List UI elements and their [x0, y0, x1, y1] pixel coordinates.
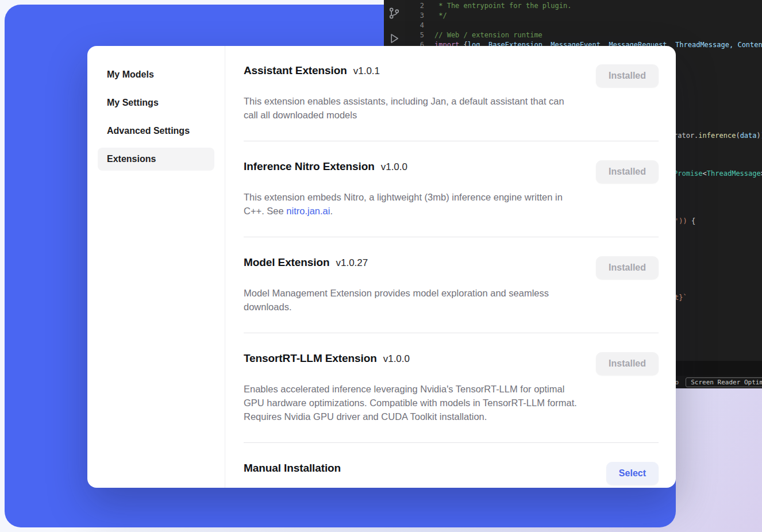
extension-version: v1.0.1 — [353, 65, 380, 77]
installed-button[interactable]: Installed — [596, 256, 659, 279]
extension-section-tensorrt: TensortRT-LLM Extension v1.0.0 Installed… — [244, 333, 659, 442]
line-number: 5 — [405, 30, 431, 40]
code-text — [431, 21, 434, 30]
line-number: 4 — [405, 21, 431, 30]
extension-version: v1.0.0 — [383, 353, 410, 365]
code-fragment: ')) { — [675, 217, 695, 226]
extension-title: TensortRT-LLM Extension — [244, 352, 377, 365]
section-title: Manual Installation — [244, 462, 341, 475]
installed-button[interactable]: Installed — [596, 64, 659, 87]
source-control-icon[interactable] — [388, 7, 401, 20]
extension-version: v1.0.0 — [381, 161, 407, 173]
extension-description: This extension embeds Nitro, a lightweig… — [244, 190, 580, 218]
extension-description: Model Management Extension provides mode… — [244, 286, 580, 314]
select-file-button[interactable]: Select — [606, 462, 659, 485]
code-fragment: Promise<ThreadMessage> — [674, 169, 762, 178]
code-fragment: t}` — [675, 293, 687, 302]
extensions-panel: Assistant Extension v1.0.1 Installed Thi… — [225, 46, 676, 488]
run-debug-icon[interactable] — [388, 32, 401, 45]
extension-title: Assistant Extension — [244, 64, 347, 77]
installed-button[interactable]: Installed — [596, 160, 659, 183]
extension-description: This extension enables assistants, inclu… — [244, 94, 580, 122]
extension-title: Inference Nitro Extension — [244, 160, 375, 173]
sidebar-item-my-settings[interactable]: My Settings — [98, 91, 214, 114]
sidebar-item-my-models[interactable]: My Models — [98, 63, 214, 86]
manual-installation-section: Manual Installation Select Select an ext… — [244, 443, 659, 488]
code-line: 4 — [405, 21, 762, 30]
extension-section-assistant: Assistant Extension v1.0.1 Installed Thi… — [244, 64, 659, 141]
code-text: */ — [431, 11, 447, 21]
screen-reader-chip[interactable]: Screen Reader Optimized — [686, 377, 762, 387]
editor-code-area: 2 * The entrypoint for the plugin. 3 */ … — [405, 1, 762, 50]
line-number: 3 — [405, 11, 431, 21]
sidebar-item-extensions[interactable]: Extensions — [98, 148, 214, 171]
code-line: 5 // Web / extension runtime — [405, 30, 762, 40]
installed-button[interactable]: Installed — [596, 352, 659, 375]
code-fragment: rator.inference(data)); — [674, 131, 762, 140]
sidebar-item-advanced-settings[interactable]: Advanced Settings — [98, 119, 214, 142]
code-line: 2 * The entrypoint for the plugin. — [405, 1, 762, 11]
extension-title: Model Extension — [244, 256, 329, 269]
code-text: // Web / extension runtime — [431, 30, 542, 40]
nitro-jan-ai-link[interactable]: nitro.jan.ai — [286, 206, 330, 216]
extension-section-nitro: Inference Nitro Extension v1.0.0 Install… — [244, 141, 659, 237]
settings-sidebar: My Models My Settings Advanced Settings … — [87, 46, 225, 488]
line-number: 2 — [405, 1, 431, 11]
extension-version: v1.0.27 — [336, 257, 368, 269]
code-line: 3 */ — [405, 11, 762, 21]
settings-modal: My Models My Settings Advanced Settings … — [87, 46, 676, 488]
extension-description: Enables accelerated inference leveraging… — [244, 382, 580, 423]
extension-section-model: Model Extension v1.0.27 Installed Model … — [244, 237, 659, 333]
code-text: * The entrypoint for the plugin. — [431, 1, 571, 11]
